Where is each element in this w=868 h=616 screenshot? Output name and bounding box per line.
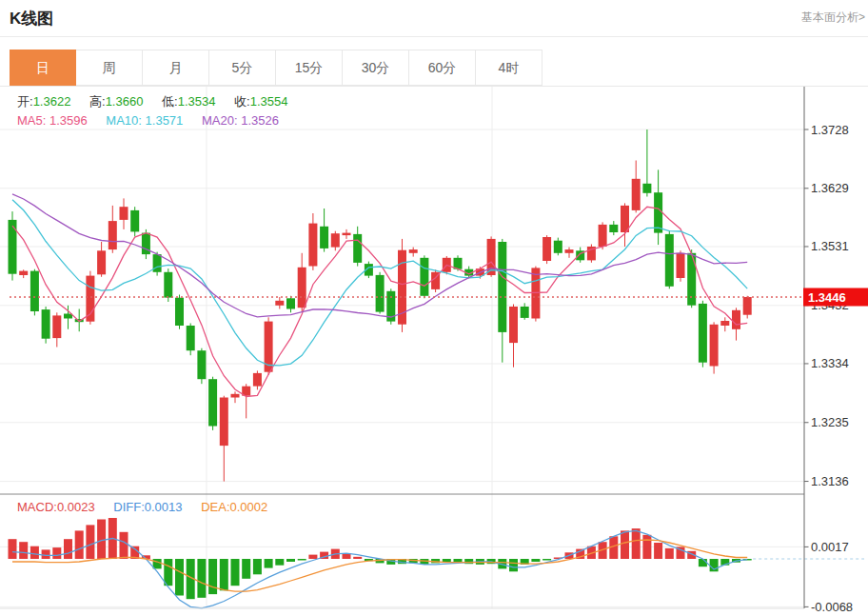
tab-15min[interactable]: 15分 xyxy=(276,50,343,86)
axis-tick-label: 1.3728 xyxy=(811,123,849,137)
kline-chart-canvas[interactable]: 1.37281.36291.35311.34321.33341.32351.31… xyxy=(0,87,868,616)
fundamental-analysis-link[interactable]: 基本面分析> xyxy=(801,10,865,26)
tab-30min[interactable]: 30分 xyxy=(343,50,409,86)
current-price-value: 1.3446 xyxy=(808,290,846,305)
grid-layer xyxy=(0,87,804,608)
tab-5min[interactable]: 5分 xyxy=(209,50,276,86)
axis-tick-label: 1.3334 xyxy=(811,356,849,370)
axis-tick-label: 1.3629 xyxy=(811,181,849,195)
tab-day[interactable]: 日 xyxy=(10,50,76,86)
axis-tick-label: 0.0017 xyxy=(811,540,849,554)
axis-tick-label: 1.3136 xyxy=(811,474,849,488)
tab-4hour[interactable]: 4时 xyxy=(476,50,542,86)
page-title: K线图 xyxy=(10,8,53,30)
chart-area: 1.37281.36291.35311.34321.33341.32351.31… xyxy=(0,87,868,616)
axis-tick-label: 1.3531 xyxy=(811,239,849,253)
tab-60min[interactable]: 60分 xyxy=(409,50,476,86)
tab-week[interactable]: 周 xyxy=(76,50,143,86)
axis-tick-label: -0.0068 xyxy=(811,600,853,614)
macd-layer xyxy=(9,518,865,608)
header-divider xyxy=(0,36,868,37)
axis-tick-label: 1.3235 xyxy=(811,415,849,429)
tab-month[interactable]: 月 xyxy=(143,50,209,86)
widget-header: K线图 基本面分析> xyxy=(0,0,868,36)
price-line-layer: 1.3446 xyxy=(10,288,868,307)
period-tabs: 日周月5分15分30分60分4时 xyxy=(0,50,868,87)
